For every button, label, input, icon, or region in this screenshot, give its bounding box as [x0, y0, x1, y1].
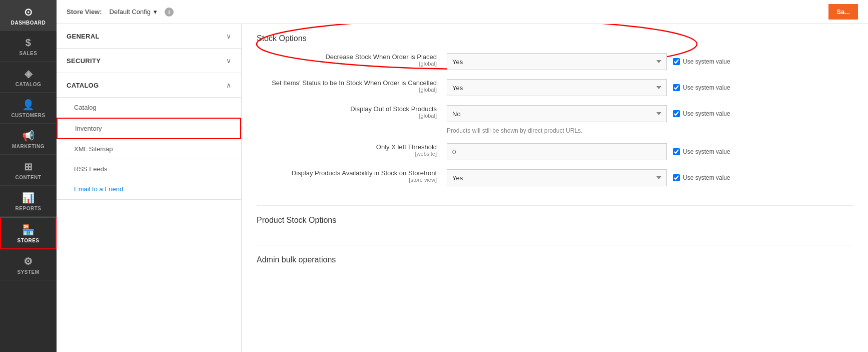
display-oos-scope: [global] [257, 113, 437, 119]
sidebar-item-stores[interactable]: 🏪 STORES [0, 217, 57, 249]
save-button[interactable]: Sa... [828, 4, 858, 20]
marketing-icon: 📢 [22, 130, 35, 142]
display-oos-label: Display Out of Stock Products [257, 105, 437, 113]
product-stock-heading: Product Stock Options [257, 216, 853, 225]
content-area: GENERAL ∨ SECURITY ∨ CATALOG ∧ Catalog I… [57, 24, 868, 352]
stock-options-heading: Stock Options [257, 34, 853, 43]
display-avail-label: Display Products Availability in Stock o… [257, 169, 437, 177]
chevron-general-icon: ∨ [226, 32, 231, 40]
set-items-use-system[interactable]: Use system value [673, 84, 730, 91]
admin-bulk-section: Admin bulk operations [257, 245, 853, 284]
set-items-label-col: Set Items' Status to be In Stock When Or… [257, 79, 437, 93]
sidebar-item-catalog[interactable]: ◈ CATALOG [0, 62, 57, 93]
content-icon: ⊞ [24, 161, 33, 173]
stores-icon: 🏪 [22, 224, 35, 236]
form-row-only-x: Only X left Threshold [website] Use syst… [257, 143, 853, 160]
display-oos-hint: Products will still be shown by direct p… [447, 127, 582, 134]
sidebar-item-sales[interactable]: $ SALES [0, 31, 57, 62]
form-row-display-availability: Display Products Availability in Stock o… [257, 169, 853, 186]
only-x-label-col: Only X left Threshold [website] [257, 143, 437, 157]
store-view-label: Store View: [67, 8, 102, 16]
section-catalog-header[interactable]: CATALOG ∧ [57, 73, 241, 98]
left-panel: GENERAL ∨ SECURITY ∨ CATALOG ∧ Catalog I… [57, 24, 242, 352]
decrease-stock-use-system-label: Use system value [683, 58, 730, 65]
store-view-value: Default Config [110, 8, 151, 16]
only-x-use-system[interactable]: Use system value [673, 148, 730, 155]
section-general[interactable]: GENERAL ∨ [57, 24, 241, 49]
product-stock-section: Product Stock Options [257, 206, 853, 245]
form-row-decrease-stock: Decrease Stock When Order is Placed [glo… [257, 53, 853, 70]
set-items-checkbox[interactable] [673, 84, 680, 91]
display-avail-control-col: Yes No Use system value [447, 169, 853, 186]
set-items-scope: [global] [257, 87, 437, 93]
right-panel: Stock Options Decrease Stock When Order … [242, 24, 868, 352]
customers-icon: 👤 [22, 99, 35, 111]
display-avail-checkbox[interactable] [673, 174, 680, 181]
sidebar: ⊙ DASHBOARD $ SALES ◈ CATALOG 👤 CUSTOMER… [0, 0, 57, 352]
decrease-stock-control-col: Yes No Use system value [447, 53, 853, 70]
section-security[interactable]: SECURITY ∨ [57, 49, 241, 73]
chevron-catalog-icon: ∧ [226, 81, 231, 89]
catalog-item-catalog[interactable]: Catalog [57, 98, 241, 118]
display-oos-label-col: Display Out of Stock Products [global] [257, 105, 437, 119]
catalog-item-inventory[interactable]: Inventory [57, 118, 241, 139]
only-x-use-system-label: Use system value [683, 148, 730, 155]
sidebar-item-content[interactable]: ⊞ CONTENT [0, 155, 57, 186]
only-x-scope: [website] [257, 151, 437, 157]
chevron-down-icon: ▾ [154, 8, 157, 16]
set-items-control-col: Yes No Use system value [447, 79, 853, 96]
only-x-label: Only X left Threshold [257, 143, 437, 151]
sidebar-item-label: SALES [20, 51, 38, 56]
decrease-stock-checkbox[interactable] [673, 58, 680, 65]
display-oos-checkbox[interactable] [673, 110, 680, 117]
display-oos-use-system[interactable]: Use system value [673, 110, 730, 117]
catalog-item-email-to-friend[interactable]: Email to a Friend [57, 179, 241, 199]
sidebar-item-label: STORES [18, 238, 40, 243]
decrease-stock-scope: [global] [257, 61, 437, 67]
sidebar-item-label: MARKETING [12, 144, 45, 149]
stock-options-section: Stock Options Decrease Stock When Order … [257, 24, 853, 206]
display-avail-select[interactable]: Yes No [447, 169, 667, 186]
main-area: Store View: Default Config ▾ i Sa... GEN… [57, 0, 868, 352]
decrease-stock-label: Decrease Stock When Order is Placed [257, 53, 437, 61]
display-oos-select[interactable]: No Yes [447, 105, 667, 122]
display-oos-control-col: No Yes Use system value Products will st… [447, 105, 853, 134]
only-x-input[interactable] [447, 143, 667, 160]
set-items-select[interactable]: Yes No [447, 79, 667, 96]
sidebar-item-marketing[interactable]: 📢 MARKETING [0, 124, 57, 155]
dashboard-icon: ⊙ [24, 6, 33, 18]
sidebar-item-dashboard[interactable]: ⊙ DASHBOARD [0, 0, 57, 31]
section-general-title: GENERAL [67, 33, 100, 40]
sidebar-item-reports[interactable]: 📊 REPORTS [0, 186, 57, 217]
display-avail-use-system-label: Use system value [683, 174, 730, 181]
sidebar-item-customers[interactable]: 👤 CUSTOMERS [0, 93, 57, 124]
display-avail-label-col: Display Products Availability in Stock o… [257, 169, 437, 183]
catalog-item-xml-sitemap[interactable]: XML Sitemap [57, 139, 241, 159]
sales-icon: $ [26, 37, 32, 49]
sidebar-item-label: CATALOG [16, 82, 41, 87]
display-avail-use-system[interactable]: Use system value [673, 174, 730, 181]
store-view-selector[interactable]: Default Config ▾ [110, 8, 157, 16]
set-items-label: Set Items' Status to be In Stock When Or… [257, 79, 437, 87]
catalog-items: Catalog Inventory XML Sitemap RSS Feeds … [57, 98, 241, 200]
form-row-display-oos: Display Out of Stock Products [global] N… [257, 105, 853, 134]
sidebar-item-label: SYSTEM [17, 269, 39, 275]
decrease-stock-select[interactable]: Yes No [447, 53, 667, 70]
catalog-item-rss-feeds[interactable]: RSS Feeds [57, 159, 241, 179]
decrease-stock-use-system[interactable]: Use system value [673, 58, 730, 65]
display-oos-use-system-label: Use system value [683, 110, 730, 117]
sidebar-item-label: REPORTS [16, 206, 42, 211]
section-catalog-title: CATALOG [67, 82, 99, 89]
reports-icon: 📊 [22, 192, 35, 204]
sidebar-item-system[interactable]: ⚙ SYSTEM [0, 249, 57, 280]
set-items-use-system-label: Use system value [683, 84, 730, 91]
only-x-checkbox[interactable] [673, 148, 680, 155]
section-security-title: SECURITY [67, 57, 101, 65]
decrease-stock-label-col: Decrease Stock When Order is Placed [glo… [257, 53, 437, 67]
top-bar: Store View: Default Config ▾ i Sa... [57, 0, 868, 24]
admin-bulk-heading: Admin bulk operations [257, 255, 853, 264]
catalog-icon: ◈ [25, 68, 33, 80]
info-icon[interactable]: i [165, 8, 174, 17]
chevron-security-icon: ∨ [226, 57, 231, 65]
sidebar-item-label: DASHBOARD [11, 20, 46, 26]
